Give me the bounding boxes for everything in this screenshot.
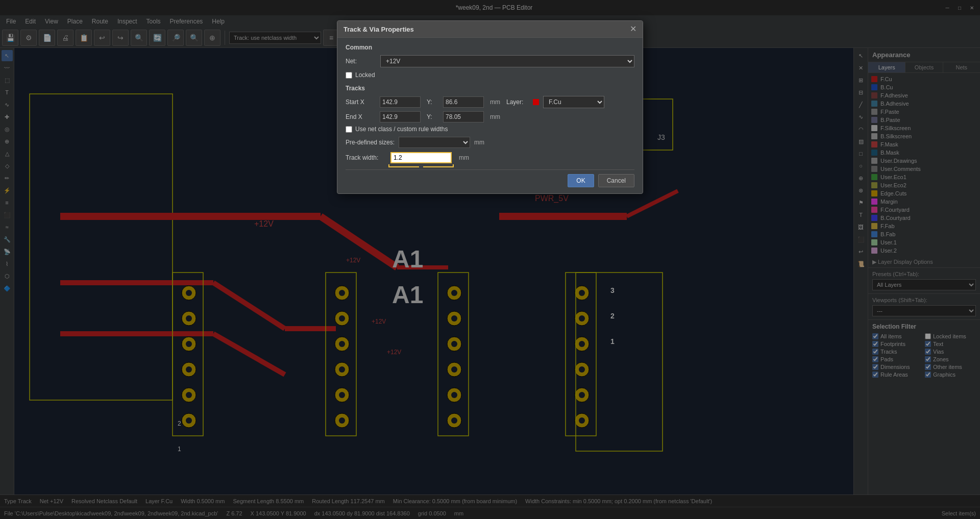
end-y-input[interactable] [443,111,484,122]
common-title: Common [346,44,634,51]
layer-select-dialog[interactable]: F.Cu [543,96,604,108]
end-x-input[interactable] [380,111,421,122]
start-x-label: Start X [346,98,374,106]
common-section: Common Net: +12V Locked [346,44,634,79]
modal-overlay: Track & Via Properties ✕ Common Net: +12… [0,0,980,519]
track-width-input[interactable] [390,152,452,163]
end-x-label: End X [346,113,374,120]
use-netclass-label: Use net class / custom rule widths [355,126,448,133]
net-label: Net: [346,58,376,65]
locked-checkbox[interactable] [346,72,352,79]
end-y-label: Y: [427,113,437,120]
layer-color-indicator [533,99,539,105]
use-netclass-row: Use net class / custom rule widths [346,126,634,133]
track-via-dialog: Track & Via Properties ✕ Common Net: +12… [337,20,643,194]
width-label: Track width: [346,154,386,161]
dialog-title-text: Track & Via Properties [344,26,414,33]
predef-row: Pre-defined sizes: mm [346,137,634,148]
dialog-title-bar: Track & Via Properties ✕ [337,21,643,38]
net-row: Net: +12V [346,55,634,67]
use-netclass-checkbox[interactable] [346,126,352,133]
layer-label: Layer: [506,98,527,106]
dialog-buttons: OK Cancel [346,169,634,187]
predef-unit: mm [474,139,484,146]
predef-select[interactable] [399,137,470,148]
dialog-body: Common Net: +12V Locked Tracks [337,38,643,193]
start-y-input[interactable] [443,96,484,108]
start-unit: mm [490,98,500,106]
ok-button[interactable]: OK [568,174,594,187]
start-coords-row: Start X Y: mm Layer: F.Cu [346,96,634,108]
start-y-label: Y: [427,98,437,106]
tracks-title: Tracks [346,85,634,92]
width-row: Track width: mm [346,152,634,163]
tracks-section: Tracks Start X Y: mm Layer: F.Cu [346,85,634,163]
end-unit: mm [490,113,500,120]
width-input-container [390,152,452,163]
layer-row: F.Cu [533,96,604,108]
highlight-bottom-left [388,164,419,167]
locked-row: Locked [346,71,634,79]
width-unit: mm [459,154,469,161]
dialog-close-button[interactable]: ✕ [630,25,636,33]
end-coords-row: End X Y: mm [346,111,634,122]
start-x-input[interactable] [380,96,421,108]
locked-label: Locked [355,71,375,79]
cancel-button[interactable]: Cancel [598,174,634,187]
net-select[interactable]: +12V [380,55,634,67]
predef-label: Pre-defined sizes: [346,139,395,146]
highlight-bottom-right [423,164,454,167]
